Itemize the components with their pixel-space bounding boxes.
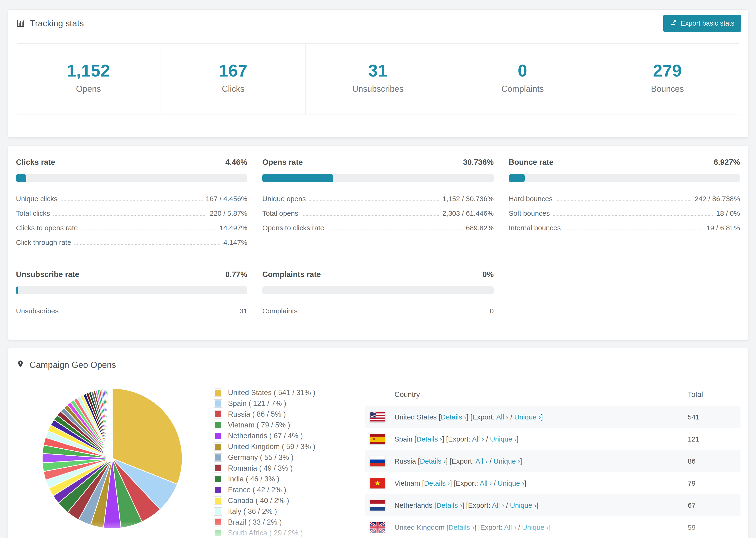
legend-swatch	[214, 399, 222, 408]
details-link[interactable]: Details ›	[416, 435, 442, 443]
bracket: ] [Export:	[450, 479, 480, 487]
details-link[interactable]: Details ›	[424, 479, 450, 487]
geo-table-row: United Kingdom [Details ›] [Export: All …	[365, 516, 740, 538]
export-all-link[interactable]: All ›	[492, 501, 504, 509]
bracket: [	[422, 479, 424, 487]
dotted-leader	[61, 200, 203, 201]
bar-chart-icon	[17, 19, 26, 28]
rate-title-row: Bounce rate6.927%	[509, 158, 740, 167]
rate-title: Complaints rate	[262, 270, 321, 279]
legend-swatch	[214, 518, 222, 526]
rate-rows: Unique clicks167 / 4.456%Total clicks220…	[16, 191, 247, 250]
dotted-leader	[556, 200, 691, 201]
rate-value: 4.46%	[225, 158, 247, 167]
legend-label: Russia ( 86 / 5% )	[228, 410, 286, 418]
country-name: United States	[395, 413, 439, 421]
legend-item: Netherlands ( 67 / 4% )	[214, 432, 351, 440]
rate-row-label: Clicks to opens rate	[16, 224, 78, 232]
legend-item: Germany ( 55 / 3% )	[214, 453, 351, 462]
slash: /	[492, 479, 498, 487]
page-title: Tracking stats	[17, 19, 84, 28]
country-name: Vietnam	[395, 479, 422, 487]
rate-value: 0.77%	[225, 270, 247, 279]
export-all-link[interactable]: All ›	[480, 479, 492, 487]
legend-item: Spain ( 121 / 7% )	[214, 399, 351, 408]
rate-row-label: Unique opens	[262, 195, 306, 203]
legend-item: Italy ( 36 / 2% )	[214, 507, 351, 516]
geo-table-row: Netherlands [Details ›] [Export: All › /…	[365, 494, 740, 516]
tracking-stats-card: Tracking stats Export basic stats 1,152O…	[8, 9, 748, 137]
rate-row-value: 689.82%	[466, 224, 494, 232]
flag-vn-icon	[370, 478, 385, 488]
slash: /	[484, 435, 490, 443]
summary-value: 31	[308, 61, 448, 80]
details-link[interactable]: Details ›	[441, 413, 466, 421]
flag-es-icon	[370, 434, 385, 444]
rate-row-label: Complaints	[262, 307, 297, 315]
export-unique-link[interactable]: Unique ›	[494, 457, 520, 465]
rate-row: Internal bounces19 / 6.81%	[509, 221, 740, 235]
rate-row: Complaints0	[262, 304, 494, 318]
export-all-link[interactable]: All ›	[475, 457, 488, 465]
dotted-leader	[75, 244, 220, 245]
dotted-leader	[564, 230, 703, 230]
bracket: ]	[536, 501, 538, 509]
rate-row-label: Click through rate	[16, 239, 71, 246]
rate-block-clicks: Clicks rate4.46%Unique clicks167 / 4.456…	[16, 158, 247, 250]
legend-label: United States ( 541 / 31% )	[228, 389, 315, 397]
export-unique-link[interactable]: Unique ›	[522, 523, 549, 531]
dotted-leader	[81, 230, 216, 230]
bracket: [	[447, 523, 449, 531]
dotted-leader	[309, 200, 439, 201]
rates-card: Clicks rate4.46%Unique clicks167 / 4.456…	[8, 145, 748, 340]
summary-value: 1,152	[19, 61, 158, 80]
dotted-leader	[301, 313, 486, 313]
export-unique-link[interactable]: Unique ›	[498, 479, 524, 487]
details-link[interactable]: Details ›	[420, 457, 446, 465]
export-unique-link[interactable]: Unique ›	[490, 435, 516, 443]
geo-table-row: Spain [Details ›] [Export: All › / Uniqu…	[365, 428, 740, 450]
export-unique-link[interactable]: Unique ›	[510, 501, 536, 509]
country-name: Spain	[395, 435, 414, 443]
bracket: ]	[524, 479, 526, 487]
geo-body: United States ( 541 / 31% )Spain ( 121 /…	[8, 380, 748, 538]
country-name: United Kingdom	[395, 523, 447, 531]
rate-progress-fill	[16, 174, 26, 182]
legend-swatch	[214, 497, 222, 505]
rate-progress-track	[16, 286, 247, 295]
rate-title: Opens rate	[262, 158, 303, 167]
export-icon	[670, 19, 677, 28]
legend-swatch	[214, 421, 222, 429]
rate-row: Click through rate4.147%	[16, 235, 247, 250]
rate-row-value: 4.147%	[224, 239, 247, 246]
flag-nl-icon	[370, 500, 385, 511]
legend-item: Russia ( 86 / 5% )	[214, 410, 351, 418]
country-total: 541	[688, 413, 740, 421]
legend-item: Vietnam ( 79 / 5% )	[214, 421, 351, 429]
legend-swatch	[214, 464, 222, 472]
rate-row: Total clicks220 / 5.87%	[16, 206, 247, 221]
bracket: ] [Export:	[466, 413, 496, 421]
export-all-link[interactable]: All ›	[504, 523, 516, 531]
rate-row: Unique opens1,152 / 30.736%	[262, 191, 494, 206]
summary-stat-complaints: 0Complaints	[450, 44, 595, 115]
rate-row-label: Total opens	[262, 209, 298, 217]
export-button-label: Export basic stats	[681, 20, 734, 27]
export-basic-stats-button[interactable]: Export basic stats	[663, 15, 741, 32]
rate-progress-track	[262, 174, 494, 182]
dotted-leader	[553, 215, 713, 216]
export-all-link[interactable]: All ›	[496, 413, 509, 421]
flag-gb-icon	[370, 522, 385, 533]
rate-row: Unsubscribes31	[16, 304, 247, 318]
country-total: 86	[688, 457, 740, 465]
details-link[interactable]: Details ›	[449, 523, 474, 531]
bracket: ] [Export:	[474, 523, 504, 531]
export-unique-link[interactable]: Unique ›	[514, 413, 541, 421]
pie-slice[interactable]	[112, 389, 112, 458]
export-all-link[interactable]: All ›	[472, 435, 484, 443]
flag-us-icon	[370, 412, 385, 422]
rate-block-opens: Opens rate30.736%Unique opens1,152 / 30.…	[262, 158, 494, 250]
rate-value: 0%	[482, 270, 494, 279]
summary-stat-unsubscribes: 31Unsubscribes	[306, 44, 450, 115]
details-link[interactable]: Details ›	[436, 501, 462, 509]
